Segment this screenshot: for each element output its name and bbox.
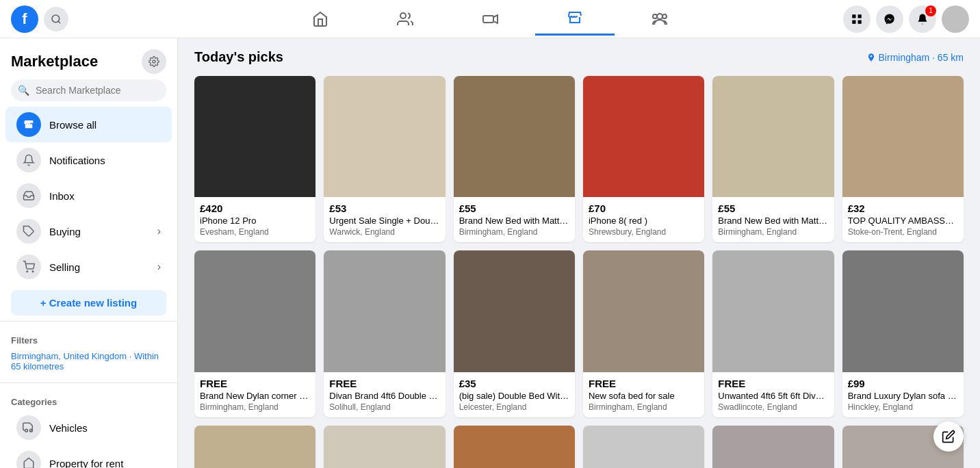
item-info: £70iPhone 8( red )Shrewsbury, England (583, 197, 704, 242)
vehicles-icon-circle (16, 415, 41, 440)
item-card[interactable]: £25Item for saleBirmingham, England (324, 426, 445, 468)
notification-badge: 1 (925, 5, 936, 16)
item-card[interactable]: £10Brick wall itemEngland (454, 426, 575, 468)
location-info[interactable]: Birmingham · 65 km (866, 52, 964, 63)
selling-icon-circle (16, 255, 41, 279)
svg-rect-8 (852, 14, 855, 18)
sidebar-item-vehicles[interactable]: Vehicles (5, 410, 172, 445)
item-card[interactable]: £55Brand New Bed with Mattress - Full Fo… (454, 76, 575, 242)
item-card[interactable]: £53Urgent Sale Single + Double size Beds… (324, 76, 445, 242)
item-card[interactable]: £420iPhone 12 ProEvesham, England (194, 76, 315, 242)
search-marketplace-input[interactable] (11, 79, 166, 101)
item-title: iPhone 8( red ) (589, 216, 699, 226)
item-image (712, 426, 834, 468)
compose-button[interactable] (933, 421, 964, 452)
item-card[interactable]: FREENew sofa bed for saleBirmingham, Eng… (583, 250, 704, 417)
item-location: Leicester, England (459, 402, 569, 412)
item-card[interactable]: FREEItem for saleBirmingham, England (194, 426, 315, 468)
nav-marketplace[interactable] (535, 3, 615, 36)
compose-icon (942, 430, 955, 443)
sidebar-item-inbox[interactable]: Inbox (5, 178, 172, 213)
item-title: (big sale) Double Bed With Quality Mattr… (459, 391, 569, 401)
nav-groups[interactable] (620, 3, 699, 36)
nav-home[interactable] (281, 3, 360, 36)
global-search-button[interactable] (44, 7, 68, 31)
location-pin-icon (866, 53, 876, 62)
items-grid: £420iPhone 12 ProEvesham, England£53Urge… (194, 76, 964, 468)
section-title: Today's picks (194, 49, 283, 65)
item-image (454, 76, 575, 197)
item-image (194, 250, 315, 372)
item-card[interactable]: £35(big sale) Double Bed With Quality Ma… (454, 250, 575, 417)
item-card[interactable]: FREEUnwanted 4ft6 5ft 6ft Divan Beds 0 M… (712, 250, 834, 417)
sidebar-item-browse-all[interactable]: Browse all (5, 107, 172, 142)
grid-icon (851, 13, 863, 25)
sidebar-item-selling[interactable]: Selling › (5, 249, 172, 285)
user-avatar[interactable] (942, 5, 969, 33)
item-price: £55 (459, 203, 569, 214)
item-card[interactable]: FREEItem for saleEngland (583, 426, 704, 468)
item-card[interactable]: £55Brand New Bed with Mattress - Full Fo… (712, 76, 834, 242)
notifications-button[interactable]: 1 (909, 5, 936, 33)
svg-rect-3 (483, 16, 493, 23)
nav-video[interactable] (450, 3, 530, 36)
filters-label: Filters (0, 327, 177, 348)
svg-rect-11 (858, 20, 862, 23)
item-card[interactable]: FREEDivan Brand 4ft6 Double Bed With Mat… (324, 250, 445, 417)
item-location: Swadlincote, England (718, 402, 828, 412)
browse-all-icon-circle (16, 112, 41, 137)
item-location: Birmingham, England (718, 227, 828, 237)
item-image (712, 76, 834, 197)
svg-point-5 (657, 14, 662, 19)
item-location: Stoke-on-Trent, England (848, 227, 958, 237)
item-title: Urgent Sale Single + Double size Beds Fr… (329, 216, 439, 226)
buying-label: Buying (49, 226, 81, 237)
item-card[interactable]: £70iPhone 8( red )Shrewsbury, England (583, 76, 704, 242)
sidebar-item-property-for-rent[interactable]: Property for rent (5, 445, 172, 468)
property-icon-circle (16, 451, 41, 468)
nav-friends[interactable] (365, 3, 445, 36)
inbox-icon-circle (16, 183, 41, 208)
sidebar-item-notifications[interactable]: Notifications (5, 142, 172, 178)
item-card[interactable]: FREEBrand New Dylan corner sofa saleBirm… (194, 250, 315, 417)
location-text: Birmingham · 65 km (879, 52, 964, 63)
item-price: £53 (329, 203, 439, 214)
buying-icon-circle (16, 219, 41, 244)
nav-right: 1 (843, 5, 969, 33)
bell-icon-sidebar (23, 154, 35, 166)
item-info: FREENew sofa bed for saleBirmingham, Eng… (583, 372, 704, 417)
item-price: FREE (718, 378, 828, 389)
item-card[interactable]: £99Brand Luxury Dylan sofa available Wit… (842, 250, 964, 417)
search-icon (51, 14, 62, 25)
item-location: Birmingham, England (459, 227, 569, 237)
home-icon-sidebar (23, 457, 35, 468)
item-card[interactable]: £45Item for saleEngland (712, 426, 834, 468)
item-image (842, 250, 964, 372)
item-card[interactable]: £32TOP QUALITY AMBASSADOR FULL DOUBLE KI… (842, 76, 964, 242)
svg-rect-10 (852, 20, 855, 23)
buying-chevron: › (157, 225, 161, 237)
item-info: £35(big sale) Double Bed With Quality Ma… (454, 372, 575, 417)
vehicles-label: Vehicles (49, 422, 88, 434)
car-icon (23, 421, 35, 434)
filter-location[interactable]: Birmingham, United Kingdom · Within 65 k… (0, 348, 177, 377)
item-price: FREE (200, 378, 310, 389)
divider-2 (0, 382, 177, 383)
svg-point-0 (52, 15, 60, 23)
search-wrapper: 🔍 (11, 79, 166, 101)
video-icon (482, 11, 498, 27)
apps-button[interactable] (843, 5, 871, 33)
item-price: £35 (459, 378, 569, 389)
svg-point-12 (153, 60, 155, 63)
create-listing-button[interactable]: + Create new listing (11, 290, 166, 315)
item-info: FREEDivan Brand 4ft6 Double Bed With Mat… (324, 372, 445, 417)
notif-icon-circle (16, 148, 41, 172)
sidebar-item-buying[interactable]: Buying › (5, 213, 172, 249)
item-title: iPhone 12 Pro (200, 216, 310, 226)
item-info: £420iPhone 12 ProEvesham, England (194, 197, 315, 242)
messenger-button[interactable] (876, 5, 903, 33)
settings-button[interactable] (142, 49, 166, 74)
item-image (842, 76, 964, 197)
facebook-logo[interactable]: f (11, 5, 38, 33)
store-icon (23, 118, 35, 131)
